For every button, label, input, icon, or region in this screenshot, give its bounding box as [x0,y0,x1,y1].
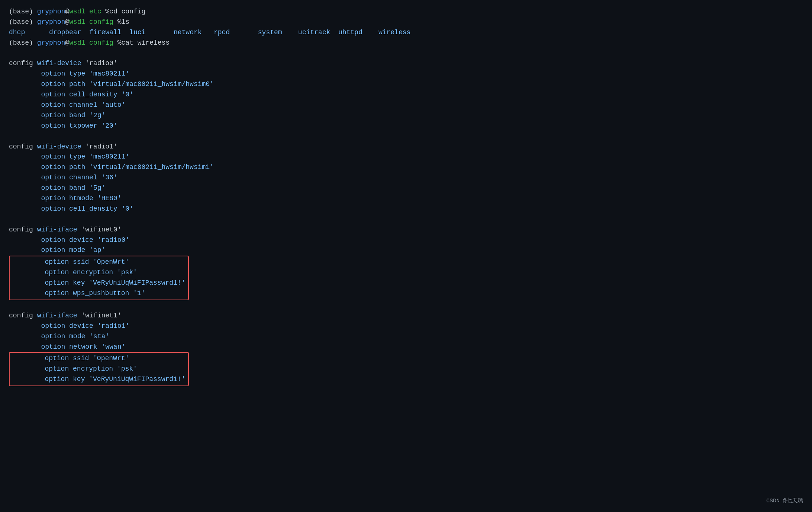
terminal: (base) gryphon@wsdl etc %cd config (base… [9,7,803,386]
option-mode-4: option mode 'sta' [9,332,803,342]
terminal-line-2: (base) gryphon@wsdl config %ls [9,17,803,28]
highlight-encryption-1: option encryption 'psk' [13,268,185,278]
config-type-3: wifi-iface [37,226,77,233]
option-htmode-2: option htmode 'HE80' [9,193,803,204]
config-radio1: config wifi-device 'radio1' [9,142,803,152]
ls-item-ucitrack: ucitrack [298,29,330,36]
prompt-dir: etc [85,8,105,15]
option-cell-density-2: option cell_density '0' [9,204,803,214]
config-wifinet0: config wifi-iface 'wifinet0' [9,225,803,235]
opt-txpower-1: option txpower '20' [9,122,117,129]
opt-htmode-2: option htmode 'HE80' [9,195,121,202]
prompt-cmd-3: cat wireless [122,39,170,47]
highlight-key-2: option key 'VeRyUniUqWiFIPasswrd1!' [13,374,185,385]
prompt-user: gryphon [37,8,65,15]
opt-ssid-1: option ssid 'OpenWrt' [13,258,129,266]
option-cell-density-1: option cell_density '0' [9,90,803,100]
config-name-1: 'radio0' [81,60,117,67]
opt-network-4: option network 'wwan' [9,343,125,351]
option-mode-3: option mode 'ap' [9,245,803,256]
empty-4 [9,300,803,311]
config-keyword-1: config [9,60,37,67]
opt-channel-1: option channel 'auto' [9,101,125,109]
empty-2 [9,131,803,142]
config-keyword-4: config [9,312,37,319]
config-keyword-3: config [9,226,37,233]
ls-output: dhcp dropbear firewall luci network rpcd… [9,28,803,38]
config-type-1: wifi-device [37,60,81,67]
prompt-at: @ [65,8,69,15]
prompt-host-2: wsdl [69,18,85,26]
ls-item-system: system [258,29,282,36]
opt-encryption-2: option encryption 'psk' [13,365,137,372]
option-txpower-1: option txpower '20' [9,121,803,131]
option-type-1: option type 'mac80211' [9,69,803,79]
opt-device-3: option device 'radio0' [9,236,129,244]
highlight-wps-1: option wps_pushbutton '1' [13,288,185,299]
prompt-dir-2: config [85,18,117,26]
ls-item-uhttpd: uhttpd [338,29,362,36]
config-type-4: wifi-iface [37,312,77,319]
highlight-ssid-1: option ssid 'OpenWrt' [13,257,185,268]
prompt-pct: % [105,8,109,15]
option-type-2: option type 'mac80211' [9,152,803,162]
opt-mode-4: option mode 'sta' [9,333,109,340]
prompt-user-2: gryphon [37,18,65,26]
option-path-1: option path 'virtual/mac80211_hwsim/hwsi… [9,79,803,90]
highlight-ssid-2: option ssid 'OpenWrt' [13,353,185,364]
prompt-pct-2: % [117,18,122,26]
prompt-pct-3: % [117,39,122,47]
opt-mode-3: option mode 'ap' [9,246,105,254]
option-band-1: option band '2g' [9,111,803,121]
empty-1 [9,48,803,59]
config-keyword-2: config [9,143,37,150]
opt-type-2: option type 'mac80211' [9,153,129,160]
ls-item-dropbear: dropbear [49,29,81,36]
prompt-cmd-2: ls [122,18,130,26]
opt-channel-2: option channel '36' [9,174,117,181]
config-name-3: 'wifinet0' [77,226,122,233]
opt-cell-density-2: option cell_density '0' [9,205,133,212]
prompt-base-2: (base) [9,18,37,26]
opt-wps-1: option wps_pushbutton '1' [13,289,145,297]
prompt-dir-3: config [85,39,117,47]
opt-encryption-1: option encryption 'psk' [13,269,137,276]
highlight-encryption-2: option encryption 'psk' [13,364,185,374]
config-type-2: wifi-device [37,143,81,150]
config-name-2: 'radio1' [81,143,117,150]
opt-band-2: option band '5g' [9,184,105,192]
option-path-2: option path 'virtual/mac80211_hwsim/hwsi… [9,162,803,173]
opt-type-1: option type 'mac80211' [9,70,129,77]
option-device-4: option device 'radio1' [9,321,803,332]
ls-item-wireless: wireless [378,29,410,36]
highlight-block-2: option ssid 'OpenWrt' option encryption … [9,352,189,386]
prompt-base: (base) [9,8,37,15]
empty-3 [9,214,803,225]
ls-item-firewall: firewall [89,29,121,36]
watermark: CSDN @七天鸡 [766,497,803,505]
ls-item-luci: luci [129,29,145,36]
option-channel-1: option channel 'auto' [9,100,803,111]
opt-path-2: option path 'virtual/mac80211_hwsim/hwsi… [9,163,214,171]
opt-band-1: option band '2g' [9,112,105,119]
option-device-3: option device 'radio0' [9,235,803,246]
prompt-base-3: (base) [9,39,37,47]
terminal-line-4: (base) gryphon@wsdl config %cat wireless [9,38,803,48]
option-band-2: option band '5g' [9,183,803,193]
opt-ssid-2: option ssid 'OpenWrt' [13,355,129,362]
opt-key-1: option key 'VeRyUniUqWiFIPasswrd1!' [13,279,185,287]
prompt-cmd: cd config [109,8,145,15]
config-radio0: config wifi-device 'radio0' [9,58,803,69]
option-network-4: option network 'wwan' [9,342,803,352]
prompt-at-3: @ [65,39,69,47]
ls-item-rpcd: rpcd [214,29,230,36]
config-wifinet1: config wifi-iface 'wifinet1' [9,311,803,321]
ls-item-dhcp: dhcp [9,29,25,36]
option-channel-2: option channel '36' [9,173,803,183]
opt-path-1: option path 'virtual/mac80211_hwsim/hwsi… [9,80,214,88]
prompt-at-2: @ [65,18,69,26]
prompt-user-3: gryphon [37,39,65,47]
highlight-key-1: option key 'VeRyUniUqWiFIPasswrd1!' [13,278,185,288]
config-name-4: 'wifinet1' [77,312,122,319]
prompt-host-3: wsdl [69,39,85,47]
